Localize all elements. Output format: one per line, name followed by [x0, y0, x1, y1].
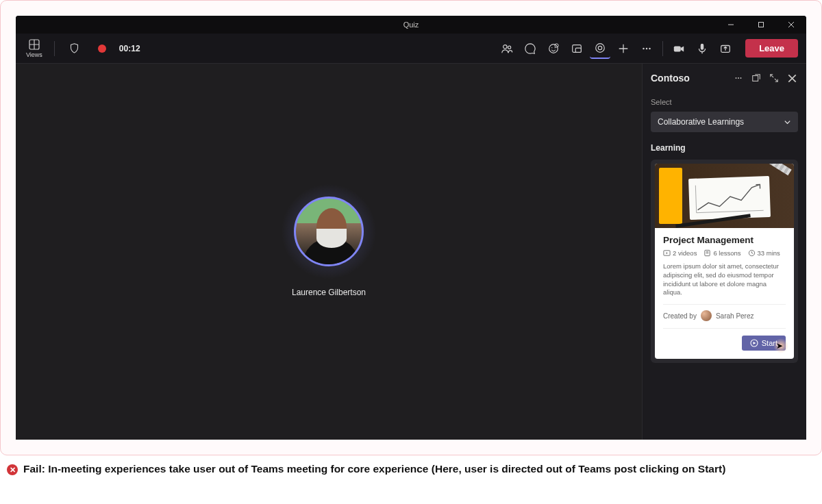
- svg-point-16: [598, 46, 601, 49]
- example-frame: Quiz Views: [0, 0, 822, 455]
- card-description: Lorem ipsum dolor sit amet, consectetur …: [663, 262, 786, 297]
- window-titlebar: Quiz: [16, 16, 806, 34]
- start-label: Start: [762, 339, 777, 347]
- caption-text: Fail: In-meeting experiences take user o…: [23, 462, 725, 477]
- learning-card: Project Management 2 videos 6 lessons 33…: [651, 160, 798, 363]
- leave-label: Leave: [759, 43, 784, 53]
- svg-point-21: [649, 47, 651, 49]
- shield-icon[interactable]: [64, 38, 85, 59]
- created-by-label: Created by: [663, 312, 697, 320]
- svg-rect-14: [575, 48, 581, 52]
- minimize-button[interactable]: [716, 16, 746, 34]
- svg-point-9: [549, 44, 558, 53]
- close-button[interactable]: [776, 16, 806, 34]
- section-title: Learning: [651, 143, 798, 153]
- popout-icon[interactable]: [750, 69, 762, 87]
- svg-point-28: [740, 77, 742, 79]
- panel-close-icon[interactable]: [786, 69, 798, 87]
- side-panel: Contoso Select Collaborative Learnings L…: [642, 64, 806, 440]
- svg-rect-29: [753, 76, 758, 81]
- svg-point-20: [646, 47, 648, 49]
- author-name: Sarah Perez: [716, 312, 754, 320]
- share-icon[interactable]: [715, 38, 736, 59]
- speaking-halo: [281, 184, 377, 279]
- meeting-timer: 00:12: [119, 44, 140, 53]
- caption-row: ✕ Fail: In-meeting experiences take user…: [7, 462, 812, 477]
- card-footer: Start ➤: [663, 328, 786, 351]
- start-button[interactable]: Start: [742, 336, 786, 351]
- clock-icon: [748, 249, 756, 257]
- svg-point-10: [551, 47, 552, 47]
- apps-icon[interactable]: [590, 38, 610, 59]
- svg-line-33: [695, 186, 696, 213]
- reactions-icon[interactable]: [543, 38, 564, 59]
- toolbar-left: Views 00:12: [24, 38, 140, 59]
- divider: [662, 41, 663, 56]
- mic-icon[interactable]: [692, 38, 712, 59]
- add-icon[interactable]: [613, 38, 634, 59]
- lessons-icon: [703, 249, 711, 257]
- teams-window: Quiz Views: [16, 16, 806, 440]
- created-by-row: Created by Sarah Perez: [663, 304, 786, 321]
- record-indicator[interactable]: [92, 38, 112, 59]
- card-title: Project Management: [663, 235, 786, 245]
- svg-rect-1: [759, 23, 764, 27]
- expand-icon[interactable]: [768, 69, 780, 87]
- avatar: [294, 197, 364, 266]
- dropdown-value: Collaborative Learnings: [658, 117, 744, 127]
- content-row: Laurence Gilbertson Contoso Select Colla…: [16, 64, 806, 440]
- sidepanel-header: Contoso: [643, 64, 806, 92]
- rooms-icon[interactable]: [566, 38, 587, 59]
- launch-icon: [750, 339, 758, 347]
- chat-icon[interactable]: [520, 38, 540, 59]
- window-title: Quiz: [403, 21, 419, 29]
- svg-point-8: [508, 46, 511, 49]
- video-icon: [663, 249, 671, 257]
- svg-point-19: [643, 47, 645, 49]
- card-content: Project Management 2 videos 6 lessons 33…: [655, 228, 794, 359]
- svg-point-27: [738, 77, 739, 79]
- select-label: Select: [651, 98, 798, 106]
- svg-rect-22: [674, 46, 681, 51]
- toolbar-right: Leave: [497, 38, 798, 59]
- panel-more-icon[interactable]: [732, 69, 745, 87]
- views-label: Views: [26, 51, 42, 58]
- svg-point-7: [503, 45, 507, 48]
- more-icon[interactable]: [636, 38, 657, 59]
- svg-point-15: [596, 43, 605, 52]
- participant-name: Laurence Gilbertson: [281, 288, 377, 297]
- window-controls: [716, 16, 806, 34]
- meeting-toolbar: Views 00:12: [16, 34, 806, 64]
- sidepanel-body: Select Collaborative Learnings Learning: [643, 92, 806, 371]
- category-dropdown[interactable]: Collaborative Learnings: [651, 112, 798, 132]
- svg-point-26: [736, 77, 737, 79]
- sidepanel-title: Contoso: [651, 73, 690, 84]
- leave-button[interactable]: Leave: [745, 39, 798, 58]
- svg-rect-23: [701, 43, 704, 49]
- meeting-stage: Laurence Gilbertson: [16, 64, 642, 440]
- maximize-button[interactable]: [746, 16, 776, 34]
- chevron-down-icon: [784, 118, 791, 126]
- divider: [54, 41, 55, 56]
- camera-icon[interactable]: [669, 38, 689, 59]
- svg-line-32: [697, 210, 764, 212]
- participant-tile: Laurence Gilbertson: [281, 184, 377, 297]
- card-meta: 2 videos 6 lessons 33 mins: [663, 249, 786, 257]
- fail-icon: ✕: [7, 464, 18, 475]
- views-button[interactable]: Views: [24, 39, 45, 58]
- card-image: [655, 164, 794, 228]
- people-icon[interactable]: [497, 38, 517, 59]
- author-avatar: [701, 310, 712, 321]
